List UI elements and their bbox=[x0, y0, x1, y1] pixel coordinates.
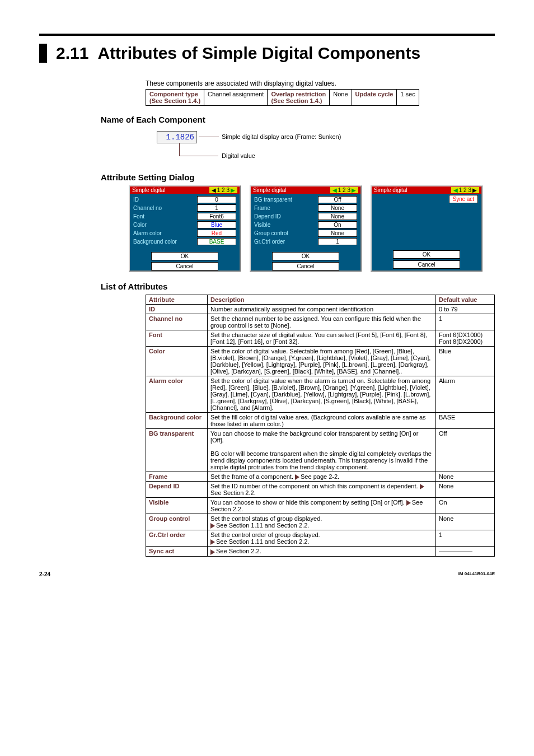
dialog-row: Depend IDNone bbox=[254, 213, 357, 220]
attr-desc-cell: Set the fill color of digital value area… bbox=[208, 413, 436, 429]
attr-desc-cell: Set the control order of group displayed… bbox=[208, 530, 436, 547]
attr-name-cell: Group control bbox=[146, 514, 208, 530]
component-type-note: (See Section 1.4.) bbox=[149, 97, 200, 104]
dialog-row-label: Color bbox=[133, 222, 147, 228]
intro-text: These components are associated with dis… bbox=[146, 80, 495, 87]
dialog-page-2: Simple digital ◀ 1 2 3 ▶ BG transparentO… bbox=[250, 185, 362, 272]
dialog-title-text: Simple digital bbox=[374, 187, 407, 193]
dialog-pager[interactable]: ◀ 1 2 3 ▶ bbox=[451, 187, 479, 193]
arrow-icon bbox=[210, 539, 215, 545]
top-rule bbox=[39, 34, 495, 36]
cancel-button[interactable]: Cancel bbox=[151, 262, 218, 270]
subheading-name-each: Name of Each Component bbox=[101, 115, 495, 124]
section-title: Attributes of Simple Digital Components bbox=[97, 44, 420, 63]
attr-name-cell: Background color bbox=[146, 413, 208, 429]
attributes-table: Attribute Description Default value IDNu… bbox=[146, 295, 495, 557]
dialog-body: Sync act bbox=[372, 194, 481, 204]
attr-default-cell: Off bbox=[436, 429, 495, 472]
table-row: BG transparentYou can choose to make the… bbox=[146, 429, 495, 472]
dialog-row-value[interactable]: 0 bbox=[197, 196, 236, 203]
dialog-row: Group controlNone bbox=[254, 230, 357, 237]
dialog-title-text: Simple digital bbox=[132, 187, 165, 193]
table-row: Sync actSee Section 2.2. bbox=[146, 547, 495, 556]
cancel-button[interactable]: Cancel bbox=[393, 260, 460, 269]
dialog-pager[interactable]: ◀ 1 2 3 ▶ bbox=[209, 187, 237, 193]
dialog-spacer bbox=[372, 204, 481, 247]
table-row: Channel noSet the channel number to be a… bbox=[146, 314, 495, 330]
arrow-icon bbox=[210, 523, 215, 529]
attr-name-cell: BG transparent bbox=[146, 429, 208, 472]
attr-name-cell: Depend ID bbox=[146, 482, 208, 498]
heading-bar bbox=[39, 44, 47, 63]
leader-line-bottom-v bbox=[179, 143, 180, 156]
lead-top-label: Simple digital display area (Frame: Sunk… bbox=[222, 133, 341, 140]
col-default: Default value bbox=[436, 295, 495, 305]
section-number: 2.11 bbox=[56, 44, 88, 63]
table-row: FontSet the character size of digital va… bbox=[146, 330, 495, 347]
attr-name-cell: Color bbox=[146, 347, 208, 376]
dialog-row-label: Depend ID bbox=[254, 213, 281, 220]
digital-display-box: 1.1826 bbox=[157, 131, 197, 143]
dialog-row-value[interactable]: None bbox=[318, 213, 357, 220]
dialog-row-value[interactable]: None bbox=[318, 204, 357, 212]
dialog-row-value[interactable]: 1 bbox=[197, 204, 236, 212]
table-header-row: Attribute Description Default value bbox=[146, 295, 495, 305]
dialog-row-value[interactable]: BASE bbox=[197, 238, 236, 245]
dialog-pager[interactable]: ◀ 1 2 3 ▶ bbox=[330, 187, 358, 193]
table-row: Depend IDSet the ID number of the compon… bbox=[146, 482, 495, 498]
dialog-row: Alarm colorRed bbox=[133, 230, 236, 237]
attr-default-cell: None bbox=[436, 482, 495, 498]
attr-desc-cell: See Section 2.2. bbox=[208, 547, 436, 556]
dialog-row: ID0 bbox=[133, 196, 236, 203]
attr-default-cell: None bbox=[436, 514, 495, 530]
attr-default-cell: None bbox=[436, 472, 495, 482]
dialog-row-value[interactable]: 1 bbox=[318, 238, 357, 245]
subheading-attr-dialog: Attribute Setting Dialog bbox=[101, 172, 495, 182]
dialog-buttons: OK Cancel bbox=[251, 252, 360, 270]
section-heading: 2.11 Attributes of Simple Digital Compon… bbox=[39, 44, 495, 63]
dialog-row-value[interactable]: Font6 bbox=[197, 213, 236, 220]
dialog-row-label: Background color bbox=[133, 239, 177, 245]
dialog-row-value[interactable]: None bbox=[318, 230, 357, 237]
dialog-row-label: ID bbox=[133, 197, 139, 203]
dialog-row: FontFont6 bbox=[133, 213, 236, 220]
sync-act-button[interactable]: Sync act bbox=[449, 195, 478, 203]
attr-name-cell: Gr.Ctrl order bbox=[146, 530, 208, 547]
ok-button[interactable]: OK bbox=[151, 252, 218, 260]
dialog-row-label: Gr.Ctrl order bbox=[254, 239, 285, 245]
ok-button[interactable]: OK bbox=[272, 252, 339, 260]
attr-name-cell: Sync act bbox=[146, 547, 208, 556]
attr-default-cell: Alarm bbox=[436, 376, 495, 413]
pager-text: 1 2 3 bbox=[217, 187, 229, 193]
table-row: Alarm colorSet the color of digital valu… bbox=[146, 376, 495, 413]
ok-button[interactable]: OK bbox=[393, 250, 460, 259]
pager-left-icon: ◀ bbox=[332, 187, 337, 193]
dialog-row-label: Alarm color bbox=[133, 230, 162, 236]
dialog-title-text: Simple digital bbox=[253, 187, 286, 193]
overlap-value: None bbox=[330, 90, 352, 106]
dialog-row-value[interactable]: Red bbox=[197, 230, 236, 237]
dialog-row-label: Channel no bbox=[133, 205, 162, 211]
dialogs-row: Simple digital ◀ 1 2 3 ▶ ID0Channel no1F… bbox=[129, 185, 495, 272]
dialog-title: Simple digital ◀ 1 2 3 ▶ bbox=[251, 186, 360, 194]
table-row: Group controlSet the control status of g… bbox=[146, 514, 495, 530]
table-row: Gr.Ctrl orderSet the control order of gr… bbox=[146, 530, 495, 547]
table-row: IDNumber automatically assigned for comp… bbox=[146, 305, 495, 314]
component-diagram: 1.1826 Simple digital display area (Fram… bbox=[146, 128, 495, 167]
dialog-page-1: Simple digital ◀ 1 2 3 ▶ ID0Channel no1F… bbox=[129, 185, 241, 272]
attr-default-cell bbox=[436, 547, 495, 556]
attr-desc-cell: Set the frame of a component. See page 2… bbox=[208, 472, 436, 482]
dialog-row-label: Visible bbox=[254, 222, 270, 228]
dialog-row: FrameNone bbox=[254, 204, 357, 212]
attr-desc-cell: You can choose to show or hide this comp… bbox=[208, 498, 436, 514]
pager-right-icon: ▶ bbox=[231, 187, 235, 193]
dialog-title: Simple digital ◀ 1 2 3 ▶ bbox=[130, 186, 240, 194]
cancel-button[interactable]: Cancel bbox=[272, 262, 339, 270]
dialog-row: Background colorBASE bbox=[133, 238, 236, 245]
dialog-row-value[interactable]: On bbox=[318, 221, 357, 228]
dialog-row-value[interactable]: Off bbox=[318, 196, 357, 203]
dialog-row-value[interactable]: Blue bbox=[197, 221, 236, 228]
attr-name-cell: Visible bbox=[146, 498, 208, 514]
pager-left-icon: ◀ bbox=[453, 187, 458, 193]
col-attribute: Attribute bbox=[146, 295, 208, 305]
